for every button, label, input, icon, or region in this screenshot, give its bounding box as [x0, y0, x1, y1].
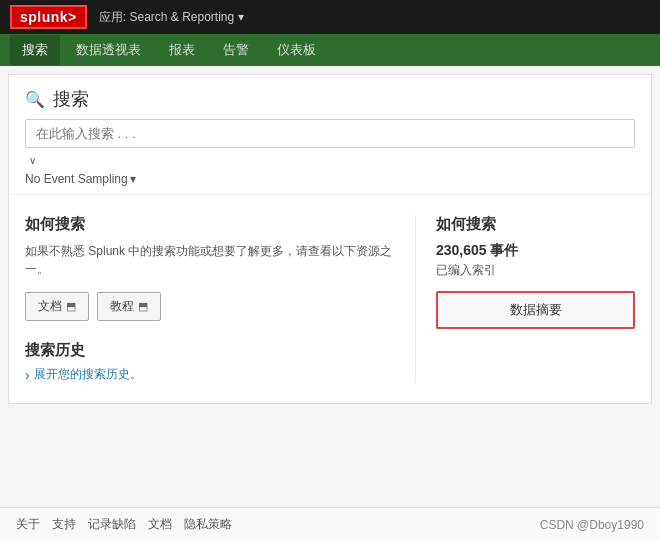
app-dropdown-arrow-icon: ▾ — [238, 10, 244, 24]
main-content: 🔍 搜索 No Event Sampling ▾ 如何搜索 如果不熟悉 Splu… — [8, 74, 652, 404]
search-input-wrap — [25, 119, 635, 148]
tutorial-button[interactable]: 教程 ⬒ — [97, 292, 161, 321]
tutorial-external-link-icon: ⬒ — [138, 300, 148, 313]
event-sampling-toggle[interactable]: No Event Sampling ▾ — [25, 172, 635, 186]
search-section: 🔍 搜索 No Event Sampling ▾ — [9, 75, 651, 195]
how-to-search-title: 如何搜索 — [25, 215, 395, 234]
docs-button[interactable]: 文档 ⬒ — [25, 292, 89, 321]
search-title-row: 🔍 搜索 — [25, 87, 635, 111]
tutorial-button-label: 教程 — [110, 298, 134, 315]
footer-credit: CSDN @Dboy1990 — [540, 518, 644, 532]
splunk-logo[interactable]: splunk> — [10, 5, 87, 29]
data-summary-button[interactable]: 数据摘要 — [436, 291, 635, 329]
search-input[interactable] — [26, 120, 634, 147]
docs-button-label: 文档 — [38, 298, 62, 315]
footer-report-bug[interactable]: 记录缺陷 — [88, 516, 136, 533]
nav-item-dashboard[interactable]: 仪表板 — [265, 35, 328, 65]
nav-item-pivot[interactable]: 数据透视表 — [64, 35, 153, 65]
how-to-search-description: 如果不熟悉 Splunk 中的搜索功能或想要了解更多，请查看以下资源之一。 — [25, 242, 395, 278]
nav-item-search[interactable]: 搜索 — [10, 35, 60, 65]
app-label-text: 应用: Search & Reporting — [99, 9, 234, 26]
footer-links: 关于 支持 记录缺陷 文档 隐私策略 — [16, 516, 232, 533]
footer-support[interactable]: 支持 — [52, 516, 76, 533]
event-sampling-label: No Event Sampling — [25, 172, 128, 186]
footer: 关于 支持 记录缺陷 文档 隐私策略 CSDN @Dboy1990 — [0, 507, 660, 541]
nav-bar: 搜索 数据透视表 报表 告警 仪表板 — [0, 34, 660, 66]
content-row: 如何搜索 如果不熟悉 Splunk 中的搜索功能或想要了解更多，请查看以下资源之… — [9, 195, 651, 403]
right-section: 如何搜索 230,605 事件 已编入索引 数据摘要 — [415, 215, 635, 383]
docs-external-link-icon: ⬒ — [66, 300, 76, 313]
time-range-row — [25, 152, 635, 168]
top-bar: splunk> 应用: Search & Reporting ▾ — [0, 0, 660, 34]
event-sampling-arrow-icon: ▾ — [130, 172, 136, 186]
event-count: 230,605 事件 — [436, 242, 635, 260]
search-heading: 搜索 — [53, 87, 89, 111]
search-magnifier-icon: 🔍 — [25, 90, 45, 109]
indexed-label: 已编入索引 — [436, 262, 635, 279]
nav-item-reports[interactable]: 报表 — [157, 35, 207, 65]
footer-privacy[interactable]: 隐私策略 — [184, 516, 232, 533]
left-section: 如何搜索 如果不熟悉 Splunk 中的搜索功能或想要了解更多，请查看以下资源之… — [25, 215, 395, 383]
footer-docs[interactable]: 文档 — [148, 516, 172, 533]
docs-btn-group: 文档 ⬒ 教程 ⬒ — [25, 292, 395, 321]
footer-about[interactable]: 关于 — [16, 516, 40, 533]
logo-text: splunk> — [20, 9, 77, 25]
expand-search-history-link[interactable]: 展开您的搜索历史。 — [25, 366, 395, 383]
app-selector[interactable]: 应用: Search & Reporting ▾ — [99, 9, 244, 26]
nav-item-alerts[interactable]: 告警 — [211, 35, 261, 65]
search-history-title: 搜索历史 — [25, 341, 395, 360]
data-summary-button-label: 数据摘要 — [510, 302, 562, 317]
stats-title: 如何搜索 — [436, 215, 635, 234]
time-range-toggle[interactable] — [25, 152, 43, 168]
